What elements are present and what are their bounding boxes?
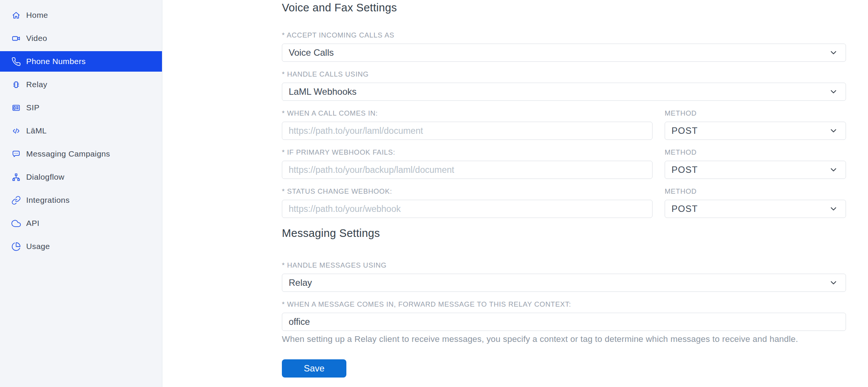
handle-calls-select[interactable]: LaML Webhooks <box>282 83 846 101</box>
fallback-webhook-row: * IF PRIMARY WEBHOOK FAILS: METHOD POST <box>282 148 846 179</box>
sidebar-item-label: SIP <box>26 103 39 112</box>
relay-context-group: * WHEN A MESSAGE COMES IN, FORWARD MESSA… <box>282 300 846 344</box>
handle-messages-value: Relay <box>289 277 312 288</box>
chevron-down-icon <box>829 87 838 96</box>
handle-calls-value: LaML Webhooks <box>289 86 357 97</box>
handle-messages-label: * HANDLE MESSAGES USING <box>282 261 846 269</box>
link-icon <box>11 196 21 205</box>
main-content: Voice and Fax Settings * ACCEPT INCOMING… <box>162 0 868 387</box>
accept-incoming-calls-label: * ACCEPT INCOMING CALLS AS <box>282 31 846 39</box>
primary-webhook-fails-input[interactable] <box>282 161 653 179</box>
fallback-webhook-method-value: POST <box>671 165 698 175</box>
method-label: METHOD <box>665 187 846 196</box>
home-icon <box>11 11 21 20</box>
when-call-comes-in-label: * WHEN A CALL COMES IN: <box>282 109 653 118</box>
cloud-icon <box>11 219 21 228</box>
primary-webhook-fails-label: * IF PRIMARY WEBHOOK FAILS: <box>282 148 653 157</box>
chevron-down-icon <box>829 278 838 287</box>
sidebar-item-dialogflow[interactable]: Dialogflow <box>0 167 162 187</box>
method-label: METHOD <box>665 109 846 118</box>
pie-chart-icon <box>11 242 21 251</box>
sidebar-item-label: LāML <box>26 126 47 135</box>
chat-bubble-icon <box>11 149 21 159</box>
status-webhook-method-select[interactable]: POST <box>665 200 846 218</box>
sidebar-item-label: API <box>26 219 39 228</box>
sidebar-item-home[interactable]: Home <box>0 5 162 25</box>
chip-icon <box>11 80 21 89</box>
fallback-webhook-method-select[interactable]: POST <box>665 161 846 179</box>
status-webhook-row: * STATUS CHANGE WEBHOOK: METHOD POST <box>282 187 846 218</box>
sidebar-item-label: Messaging Campaigns <box>26 149 110 158</box>
sidebar: Home Video Phone Numbers Relay SIP <box>0 0 162 387</box>
call-webhook-method-value: POST <box>671 125 698 136</box>
status-webhook-method-value: POST <box>671 204 698 214</box>
sidebar-item-label: Relay <box>26 80 47 89</box>
sidebar-nav: Home Video Phone Numbers Relay SIP <box>0 5 162 257</box>
chevron-down-icon <box>829 48 838 57</box>
chevron-down-icon <box>829 204 838 213</box>
handle-calls-label: * HANDLE CALLS USING <box>282 70 846 78</box>
sidebar-item-label: Video <box>26 34 47 43</box>
accept-incoming-calls-select[interactable]: Voice Calls <box>282 44 846 62</box>
method-label: METHOD <box>665 148 846 157</box>
status-change-webhook-input[interactable] <box>282 200 653 218</box>
relay-context-helper-text: When setting up a Relay client to receiv… <box>282 334 846 344</box>
voice-fax-settings-heading: Voice and Fax Settings <box>282 1 846 14</box>
sidebar-item-label: Phone Numbers <box>26 57 86 66</box>
status-change-webhook-label: * STATUS CHANGE WEBHOOK: <box>282 187 653 196</box>
sidebar-item-label: Home <box>26 11 48 20</box>
handle-calls-group: * HANDLE CALLS USING LaML Webhooks <box>282 70 846 101</box>
relay-context-label: * WHEN A MESSAGE COMES IN, FORWARD MESSA… <box>282 300 846 309</box>
phone-icon <box>11 57 21 66</box>
sidebar-item-integrations[interactable]: Integrations <box>0 190 162 210</box>
handle-messages-group: * HANDLE MESSAGES USING Relay <box>282 261 846 292</box>
sidebar-item-label: Integrations <box>26 196 70 205</box>
video-camera-icon <box>11 34 21 43</box>
sidebar-item-phone-numbers[interactable]: Phone Numbers <box>0 51 162 72</box>
call-webhook-method-select[interactable]: POST <box>665 122 846 140</box>
sidebar-item-label: Dialogflow <box>26 172 64 182</box>
desk-phone-icon <box>11 103 21 113</box>
accept-incoming-calls-group: * ACCEPT INCOMING CALLS AS Voice Calls <box>282 31 846 62</box>
sidebar-item-relay[interactable]: Relay <box>0 74 162 95</box>
code-icon <box>11 126 21 136</box>
chevron-down-icon <box>829 126 838 135</box>
sidebar-item-api[interactable]: API <box>0 213 162 233</box>
call-webhook-row: * WHEN A CALL COMES IN: METHOD POST <box>282 109 846 140</box>
handle-messages-select[interactable]: Relay <box>282 274 846 292</box>
when-call-comes-in-input[interactable] <box>282 122 653 140</box>
sidebar-item-sip[interactable]: SIP <box>0 97 162 118</box>
sidebar-item-label: Usage <box>26 242 50 251</box>
sidebar-item-video[interactable]: Video <box>0 28 162 49</box>
chevron-down-icon <box>829 165 838 174</box>
relay-context-input[interactable] <box>282 313 846 331</box>
accept-incoming-calls-value: Voice Calls <box>289 47 334 58</box>
sitemap-icon <box>11 172 21 182</box>
sidebar-item-usage[interactable]: Usage <box>0 236 162 257</box>
sidebar-item-laml[interactable]: LāML <box>0 121 162 141</box>
messaging-settings-heading: Messaging Settings <box>282 226 846 240</box>
save-button[interactable]: Save <box>282 359 346 378</box>
sidebar-item-messaging-campaigns[interactable]: Messaging Campaigns <box>0 144 162 164</box>
